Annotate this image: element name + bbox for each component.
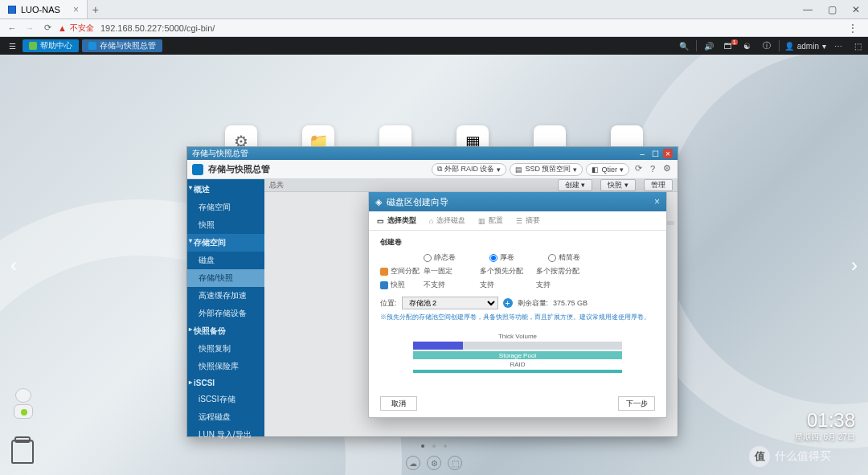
taskbar-storage-manager[interactable]: 存储与快照总管	[82, 39, 162, 52]
step-type[interactable]: ▭ 选择类型	[377, 215, 416, 226]
sidebar-item-external[interactable]: 外部存储设备	[187, 305, 264, 322]
nas-desktop: ⚙ 📁 🗄 ▦ ? ◆ 存储与快照总管 – ☐ × 存储与快照总管 ⧉外部 RA…	[0, 55, 868, 475]
sidebar-item-iscsi-storage[interactable]: iSCSI存储	[187, 391, 264, 408]
radio-thin[interactable]: 精简卷	[548, 252, 580, 263]
storage-manager-window: 存储与快照总管 – ☐ × 存储与快照总管 ⧉外部 RAID 设备▾ ▤SSD …	[187, 147, 678, 436]
sidebar-item-remote-disk[interactable]: 远程磁盘	[187, 408, 264, 426]
radio-thick[interactable]: 厚卷	[489, 252, 514, 263]
external-raid-button[interactable]: ⧉外部 RAID 设备▾	[432, 163, 507, 176]
step-summary: ☰ 摘要	[516, 215, 540, 226]
window-minimize-icon[interactable]: –	[637, 149, 647, 158]
sidebar-item-snapshot-vault[interactable]: 快照保险库	[187, 358, 264, 375]
browser-address-bar: ← → ⟳ ▲ 不安全 192.168.50.227:5000/cgi-bin/…	[0, 19, 868, 37]
sidebar-item-disk[interactable]: 磁盘	[187, 252, 264, 269]
wizard-steps: ▭ 选择类型 ⌂ 选择磁盘 ▥ 配置 ☰ 摘要	[369, 211, 666, 231]
window-maximize-icon[interactable]: ▢	[820, 0, 844, 18]
user-menu[interactable]: 👤 admin ▾	[784, 42, 826, 51]
next-button[interactable]: 下一步	[618, 396, 655, 411]
volume-icon[interactable]: 🔊	[702, 42, 716, 51]
qtier-button[interactable]: ◧Qtier▾	[586, 163, 629, 176]
more-icon[interactable]: ⋯	[831, 42, 845, 51]
radio-static[interactable]: 静态卷	[424, 252, 456, 263]
tab-title: LUO-NAS	[21, 5, 60, 14]
window-close-icon[interactable]: ✕	[844, 0, 868, 18]
storage-icon	[88, 42, 96, 50]
dock-icon[interactable]: ⚙	[427, 456, 441, 470]
snapshot-button[interactable]: 快照 ▾	[600, 179, 636, 191]
notification-icon[interactable]: ⓘ	[760, 40, 774, 51]
location-row: 位置: 存储池 2 + 剩余容量: 375.75 GB	[380, 297, 655, 309]
nav-back-icon[interactable]: ←	[5, 21, 19, 35]
desktop-next-icon[interactable]: ›	[845, 248, 863, 283]
figure-pool-bar: Storage Pool	[413, 351, 622, 359]
window-titlebar[interactable]: 存储与快照总管 – ☐ ×	[187, 147, 678, 160]
step-disk: ⌂ 选择磁盘	[429, 215, 465, 226]
browser-tab-strip: LUO-NAS × + ― ▢ ✕	[0, 0, 868, 19]
qts-top-bar: ☰ 帮助中心 存储与快照总管 🔍 🔊 🗔 ☯ ⓘ 👤 admin ▾ ⋯ ⬚	[0, 37, 868, 55]
help-icon[interactable]: ?	[647, 163, 658, 174]
taskbar-help-center[interactable]: 帮助中心	[23, 39, 79, 52]
app-main: 总共 创建 ▾ 快照 ▾ 管理 3.63 TB 1.98 TB 446.78 G…	[264, 179, 678, 436]
create-button[interactable]: 创建 ▾	[558, 179, 593, 191]
window-maximize-icon[interactable]: ☐	[650, 149, 660, 158]
search-icon[interactable]: 🔍	[677, 42, 691, 51]
desktop-clock: 01:38 星期四, 6月 27日	[795, 409, 855, 443]
sidebar-item-pool-snapshot[interactable]: 存储/快照	[187, 269, 264, 287]
ssd-button[interactable]: ▤SSD 预留空间▾	[510, 163, 583, 176]
dock-icon[interactable]: ⬚	[448, 456, 462, 470]
url-text[interactable]: 192.168.50.227:5000/cgi-bin/	[100, 23, 215, 33]
manage-button[interactable]: 管理	[644, 179, 673, 191]
location-select[interactable]: 存储池 2	[402, 297, 498, 309]
remaining-label: 剩余容量:	[518, 298, 549, 309]
main-menu-icon[interactable]: ☰	[3, 37, 21, 55]
dashboard-icon[interactable]: ☯	[740, 42, 755, 51]
desktop-page-dots	[421, 444, 447, 448]
volume-type-radios: 静态卷 厚卷 精简卷	[424, 252, 655, 263]
sidebar-item-cache[interactable]: 高速缓存加速	[187, 287, 264, 305]
settings-icon[interactable]: ⚙	[661, 163, 673, 174]
browser-menu-icon[interactable]: ⋮	[847, 22, 863, 35]
sidebar-group-storage[interactable]: 存储空间	[187, 234, 264, 252]
insecure-icon: ▲	[58, 23, 67, 33]
clock-time: 01:38	[795, 409, 855, 432]
window-close-icon[interactable]: ×	[663, 149, 673, 158]
browser-tab[interactable]: LUO-NAS ×	[0, 0, 88, 18]
location-label: 位置:	[380, 298, 397, 309]
figure-raid-bar	[413, 370, 622, 373]
refresh-icon[interactable]: ⟳	[633, 163, 644, 174]
user-avatar-icon: 👤	[784, 42, 794, 51]
add-pool-icon[interactable]: +	[503, 298, 513, 308]
tab-overview[interactable]: 总共	[269, 180, 284, 190]
sidebar-group-iscsi[interactable]: iSCSI	[187, 375, 264, 391]
qbot-icon[interactable]	[10, 388, 37, 422]
figure-thick-label: Thick Volume	[413, 333, 622, 340]
desktop-prev-icon[interactable]: ‹	[5, 248, 23, 283]
sidebar-item-space[interactable]: 存储空间	[187, 199, 264, 216]
toolbar: 总共 创建 ▾ 快照 ▾ 管理	[264, 179, 678, 192]
recycle-bin-icon[interactable]	[11, 440, 34, 464]
wizard-close-icon[interactable]: ×	[654, 196, 660, 207]
figure-raid-label: RAID	[413, 361, 622, 368]
sidebar-group-overview[interactable]: 概述	[187, 181, 264, 199]
wizard-icon: ◈	[375, 197, 382, 207]
window-minimize-icon[interactable]: ―	[796, 0, 820, 18]
nav-reload-icon[interactable]: ⟳	[40, 21, 55, 35]
sidebar-group-snapshot-backup[interactable]: 快照备份	[187, 322, 264, 340]
sidebar-item-snapshot[interactable]: 快照	[187, 216, 264, 234]
tab-close-icon[interactable]: ×	[73, 4, 79, 15]
user-name: admin	[797, 42, 819, 51]
snapshot-icon	[380, 281, 388, 289]
app-sidebar: 概述 存储空间 快照 存储空间 磁盘 存储/快照 高速缓存加速 外部存储设备 快…	[187, 179, 264, 436]
wizard-footer: 取消 下一步	[369, 396, 666, 411]
volume-create-wizard: ◈ 磁盘区创建向导 × ▭ 选择类型 ⌂ 选择磁盘 ▥ 配置 ☰ 摘要 创建卷 …	[369, 192, 666, 417]
favicon-icon	[8, 6, 16, 14]
task-icon[interactable]: 🗔	[721, 42, 735, 51]
sidebar-item-lun[interactable]: LUN 导入/导出	[187, 426, 264, 444]
nav-forward-icon: →	[23, 21, 37, 35]
dock-icon[interactable]: ☁	[406, 456, 420, 470]
cancel-button[interactable]: 取消	[380, 396, 417, 411]
fullscreen-icon[interactable]: ⬚	[850, 42, 865, 51]
wizard-titlebar[interactable]: ◈ 磁盘区创建向导 ×	[369, 192, 666, 211]
sidebar-item-snapshot-copy[interactable]: 快照复制	[187, 340, 264, 358]
new-tab-button[interactable]: +	[88, 0, 104, 18]
